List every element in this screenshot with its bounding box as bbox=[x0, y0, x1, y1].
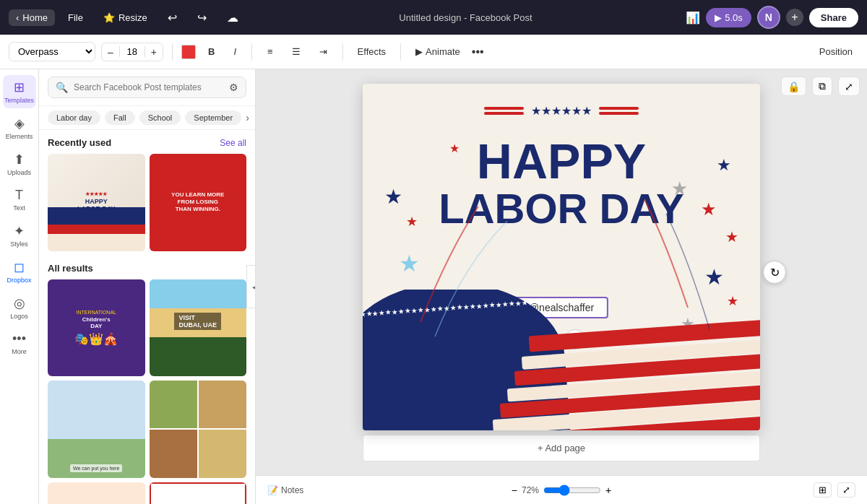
timer-button[interactable]: ▶ 5.0s bbox=[706, 8, 751, 27]
tag-school[interactable]: School bbox=[139, 110, 181, 125]
file-button[interactable]: File bbox=[61, 9, 90, 26]
all-results-header: All results bbox=[48, 263, 246, 274]
star-scatter-11: ★ bbox=[717, 156, 731, 175]
search-input[interactable] bbox=[74, 82, 223, 92]
all-results-grid: INTERNATIONAL Children'sDAY 🎭👑🎪 VISITDUB… bbox=[48, 279, 246, 505]
recently-used-grid: ★★★★★ HAPPY LABOR DAY YOU LEARN MOREFROM… bbox=[48, 154, 246, 251]
sidebar-item-more[interactable]: ••• More bbox=[3, 327, 36, 360]
main-area: ⊞ Templates ◈ Elements ⬆ Uploads T Text … bbox=[0, 69, 867, 504]
top-navigation: ‹ Home File ⭐ Resize ↩ ↪ ☁ Untitled desi… bbox=[0, 0, 867, 35]
template-item-house[interactable]: We can put you here bbox=[48, 381, 145, 478]
template-item-quote[interactable]: YOU LEARN MOREFROM LOSINGTHAN WINNING. bbox=[150, 154, 247, 251]
divider4 bbox=[400, 43, 401, 61]
tag-row: Labor day Fall School September › bbox=[39, 106, 255, 130]
flag-area: ★★★★★★★★★★★★★★★★★★★★★★★★★★★★★★ bbox=[363, 290, 760, 430]
dropbox-icon: ◻ bbox=[14, 259, 25, 275]
tags-chevron-icon[interactable]: › bbox=[246, 112, 249, 123]
align-button[interactable]: ≡ bbox=[261, 43, 280, 61]
home-button[interactable]: ‹ Home bbox=[9, 9, 55, 26]
star-scatter-6: ★ bbox=[704, 264, 724, 290]
resize-button[interactable]: ⭐ Resize bbox=[96, 9, 155, 26]
sidebar-item-logos[interactable]: ◎ Logos bbox=[3, 291, 36, 324]
increase-font-size-button[interactable]: + bbox=[145, 43, 163, 61]
sidebar-item-dropbox[interactable]: ◻ Dropbox bbox=[3, 255, 36, 288]
undo-button[interactable]: ↩ bbox=[160, 8, 184, 27]
text-icon: T bbox=[15, 188, 23, 203]
tag-fall[interactable]: Fall bbox=[105, 110, 135, 125]
rotate-handle[interactable]: ↻ bbox=[763, 261, 786, 284]
panel-collapse-button[interactable]: ◀ bbox=[246, 265, 256, 308]
template-item-childrens-day[interactable]: INTERNATIONAL Children'sDAY 🎭👑🎪 bbox=[48, 279, 145, 377]
star-scatter-10: ★ bbox=[406, 214, 418, 230]
zoom-level: 72% bbox=[522, 485, 539, 495]
add-page-bar[interactable]: + Add page bbox=[363, 435, 760, 461]
sidebar-item-templates[interactable]: ⊞ Templates bbox=[3, 75, 36, 108]
format-toolbar: Overpass – + B I ≡ ☰ ⇥ Effects ▶ Animate… bbox=[0, 35, 867, 69]
tag-labor-day[interactable]: Labor day bbox=[48, 110, 100, 125]
share-button[interactable]: Share bbox=[809, 8, 858, 27]
user-avatar[interactable]: N bbox=[757, 6, 780, 29]
text-color-swatch[interactable] bbox=[181, 45, 196, 59]
star-scatter-5: ★ bbox=[725, 228, 738, 246]
notes-button[interactable]: 📝 Notes bbox=[267, 485, 303, 495]
see-all-button[interactable]: See all bbox=[220, 138, 246, 148]
font-size-control: – + bbox=[101, 43, 163, 61]
template-item-food[interactable] bbox=[150, 381, 247, 478]
zoom-slider[interactable] bbox=[543, 485, 601, 496]
save-button[interactable]: ☁ bbox=[220, 8, 246, 27]
tag-september[interactable]: September bbox=[185, 110, 241, 125]
analytics-icon[interactable]: 📊 bbox=[686, 11, 700, 25]
animate-button[interactable]: ▶ Animate bbox=[410, 43, 466, 60]
sidebar-item-uploads[interactable]: ⬆ Uploads bbox=[3, 147, 36, 181]
italic-button[interactable]: I bbox=[227, 43, 243, 61]
uploads-icon: ⬆ bbox=[14, 152, 25, 168]
font-family-select[interactable]: Overpass bbox=[9, 42, 95, 61]
star-scatter-1: ★ bbox=[384, 185, 402, 209]
list-button[interactable]: ☰ bbox=[285, 43, 307, 61]
effects-button[interactable]: Effects bbox=[352, 43, 392, 60]
bottom-bar: 📝 Notes − 72% + ⊞ ⤢ bbox=[256, 475, 867, 504]
star-scatter-2: ★ bbox=[399, 250, 420, 277]
decrease-font-size-button[interactable]: – bbox=[102, 43, 119, 61]
search-icon: 🔍 bbox=[56, 82, 68, 93]
sidebar-item-elements[interactable]: ◈ Elements bbox=[3, 111, 36, 144]
document-title: Untitled design - Facebook Post bbox=[251, 12, 681, 23]
template-item-kidney-day[interactable]: 🫘🫘 World Kidney Day nollypremium bbox=[48, 482, 145, 505]
elements-icon: ◈ bbox=[14, 116, 25, 131]
sidebar: ⊞ Templates ◈ Elements ⬆ Uploads T Text … bbox=[0, 69, 39, 504]
position-button[interactable]: Position bbox=[814, 43, 858, 60]
more-icon: ••• bbox=[12, 331, 26, 347]
redo-button[interactable]: ↪ bbox=[190, 8, 214, 27]
divider bbox=[172, 43, 173, 61]
canvas-card[interactable]: ★★★★★★ HAPPY LABOR DAY @nealschaffer bbox=[363, 84, 760, 430]
fullscreen-button[interactable]: ⤢ bbox=[837, 482, 855, 498]
font-size-input[interactable] bbox=[119, 46, 145, 57]
canvas-wrapper: ★★★★★★ HAPPY LABOR DAY @nealschaffer bbox=[256, 69, 867, 475]
template-item-labor-day-2[interactable]: ★★★★★ HAPPYLABOR DAY #nealschaffer bbox=[150, 482, 247, 505]
zoom-out-button[interactable]: − bbox=[512, 485, 517, 496]
divider3 bbox=[342, 43, 343, 61]
grid-view-button[interactable]: ⊞ bbox=[814, 482, 832, 498]
indent-button[interactable]: ⇥ bbox=[313, 43, 334, 61]
decoration-top: ★★★★★★ bbox=[484, 104, 639, 118]
more-options-button[interactable]: ••• bbox=[472, 45, 484, 58]
template-item-labor-day-1[interactable]: ★★★★★ HAPPY LABOR DAY bbox=[48, 154, 145, 251]
sidebar-item-text[interactable]: T Text bbox=[3, 183, 36, 216]
divider2 bbox=[251, 43, 252, 61]
star-scatter-4: ★ bbox=[701, 199, 717, 220]
template-item-dubai[interactable]: VISITDUBAI, UAE bbox=[150, 279, 247, 377]
notes-icon: 📝 bbox=[267, 485, 278, 495]
zoom-control: − 72% + bbox=[512, 485, 611, 496]
bold-button[interactable]: B bbox=[202, 43, 221, 61]
nav-right-section: 📊 ▶ 5.0s N + Share bbox=[686, 6, 858, 29]
recently-used-title: Recently used bbox=[48, 137, 111, 148]
sidebar-item-styles[interactable]: ✦ Styles bbox=[3, 219, 36, 252]
bottom-left: 📝 Notes bbox=[267, 485, 303, 495]
add-collaborator-button[interactable]: + bbox=[786, 9, 803, 26]
zoom-in-button[interactable]: + bbox=[605, 485, 611, 496]
filter-icon[interactable]: ⚙ bbox=[229, 82, 238, 93]
play-icon: ▶ bbox=[715, 12, 722, 23]
search-box: 🔍 ⚙ bbox=[48, 77, 246, 98]
bottom-right: ⊞ ⤢ bbox=[814, 482, 855, 498]
star-scatter-9: ★ bbox=[671, 178, 688, 200]
